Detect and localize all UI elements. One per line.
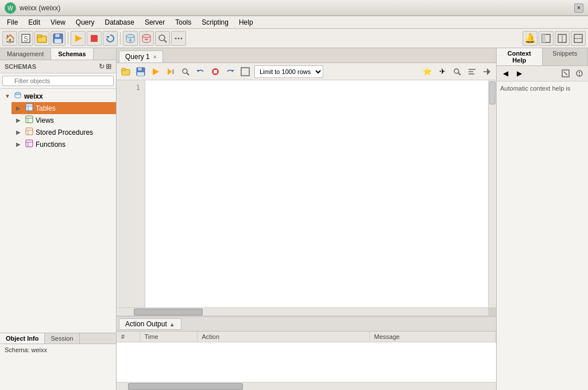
svg-rect-8 — [55, 39, 61, 43]
window-close-button[interactable]: × — [574, 3, 583, 13]
toolbar-inspect-button[interactable] — [155, 31, 170, 46]
tree-item-views[interactable]: ▶ Views — [11, 114, 116, 126]
svg-marker-9 — [75, 35, 82, 42]
action-h-scroll-thumb — [128, 383, 243, 390]
action-output-tab[interactable]: Action Output ▲ — [119, 318, 181, 330]
svg-rect-55 — [241, 68, 249, 76]
editor-export-button[interactable]: ✈ — [435, 65, 449, 79]
limit-select[interactable]: Limit to 1000 rows — [254, 65, 323, 78]
editor-horizontal-scrollbar[interactable] — [117, 307, 488, 315]
editor-toggle-button[interactable] — [238, 65, 252, 79]
stored-procedures-icon — [25, 127, 33, 137]
menu-scripting[interactable]: Scripting — [197, 17, 233, 28]
tree-item-weixx[interactable]: ▼ weixx — [0, 90, 116, 102]
context-next-button[interactable]: ▶ — [513, 67, 525, 80]
col-action: Action — [197, 332, 369, 342]
tab-management[interactable]: Management — [0, 48, 51, 60]
toolbar-refresh-button[interactable] — [103, 31, 118, 46]
menu-server[interactable]: Server — [140, 17, 169, 28]
toolbar-layout2-button[interactable] — [555, 31, 570, 46]
toolbar-drop-schema-button[interactable] — [139, 31, 154, 46]
editor-main-area: 1 Action Output ▲ — [117, 80, 496, 390]
action-output-label: Action Output — [125, 320, 167, 328]
schema-tree: ▼ weixx ▶ Tables ▶ — [0, 89, 116, 333]
left-panel: Management Schemas SCHEMAS ↻ ⊞ 🔍 ▼ weixx — [0, 48, 117, 390]
bottom-left-panel: Object Info Session Schema: weixx — [0, 333, 116, 390]
editor-save-button[interactable] — [134, 65, 148, 79]
toolbar-open-button[interactable] — [34, 31, 49, 46]
svg-point-49 — [183, 69, 187, 73]
tree-children: ▶ Tables ▶ Views ▶ — [0, 102, 116, 150]
menu-tools[interactable]: Tools — [171, 17, 196, 28]
menu-view[interactable]: View — [46, 17, 70, 28]
query-tab-1[interactable]: Query 1 × — [119, 50, 163, 63]
context-prev-button[interactable]: ◀ — [499, 67, 512, 80]
query-tab-close-button[interactable]: × — [153, 54, 157, 60]
toolbar-more-button[interactable] — [171, 31, 186, 46]
toolbar-new-button[interactable]: S — [18, 31, 33, 46]
filter-input[interactable] — [2, 76, 114, 86]
col-message: Message — [369, 332, 496, 342]
toolbar-home-button[interactable]: 🏠 — [2, 31, 17, 46]
action-table: # Time Action Message — [117, 332, 496, 342]
svg-rect-48 — [172, 69, 174, 74]
editor-toolbar: Limit to 1000 rows ⭐ ✈ — [117, 63, 496, 80]
toolbar-execute-button[interactable] — [71, 31, 86, 46]
editor-search2-button[interactable] — [450, 65, 464, 79]
svg-marker-46 — [153, 68, 159, 75]
editor-vertical-scrollbar[interactable] — [488, 80, 496, 307]
editor-stop-button[interactable] — [208, 65, 222, 79]
svg-rect-35 — [26, 128, 33, 135]
code-editor[interactable] — [145, 80, 488, 307]
tree-item-functions[interactable]: ▶ Functions — [11, 138, 116, 150]
toolbar-save-button[interactable] — [51, 31, 65, 46]
action-tab-arrow[interactable]: ▲ — [169, 321, 175, 327]
menu-help[interactable]: Help — [234, 17, 258, 28]
context-help-text: Automatic context help is — [500, 85, 570, 92]
editor-execute-selected-button[interactable] — [164, 65, 177, 79]
toolbar-layout1-button[interactable] — [539, 31, 554, 46]
editor-find-button[interactable] — [179, 65, 192, 79]
expand-icon: ▼ — [5, 93, 11, 99]
tab-object-info[interactable]: Object Info — [0, 333, 45, 344]
refresh-schemas-icon[interactable]: ↻ — [99, 63, 105, 71]
schemas-label: SCHEMAS — [5, 63, 36, 70]
editor-format-button[interactable] — [465, 65, 479, 79]
editor-favorite-button[interactable]: ⭐ — [420, 65, 434, 79]
titlebar: W weixx (weixx) × — [0, 0, 588, 16]
svg-point-56 — [454, 69, 459, 73]
tab-snippets[interactable]: Snippets — [543, 48, 589, 65]
context-panel-tabs: Context Help Snippets — [497, 48, 588, 66]
context-btn1[interactable] — [559, 67, 572, 80]
right-area: Query 1 × — [117, 48, 496, 390]
svg-point-17 — [159, 35, 165, 41]
line-number-1: 1 — [117, 83, 145, 93]
col-hash: # — [117, 332, 140, 342]
editor-execute-button[interactable] — [149, 65, 163, 79]
tab-context-help[interactable]: Context Help — [497, 48, 543, 65]
action-tabs: Action Output ▲ — [117, 317, 496, 332]
action-horizontal-scrollbar[interactable] — [117, 382, 496, 390]
tree-item-tables[interactable]: ▶ Tables — [11, 102, 116, 114]
context-btn2[interactable] — [573, 67, 586, 80]
svg-marker-51 — [196, 70, 199, 72]
svg-point-12 — [126, 34, 134, 38]
svg-rect-7 — [55, 34, 60, 37]
editor-undo-button[interactable] — [194, 65, 207, 79]
menu-database[interactable]: Database — [100, 17, 139, 28]
menu-query[interactable]: Query — [71, 17, 99, 28]
schema-filter-icon[interactable]: ⊞ — [106, 63, 111, 71]
editor-redo-button[interactable] — [223, 65, 237, 79]
tab-schemas[interactable]: Schemas — [51, 48, 93, 60]
toolbar-create-schema-button[interactable] — [123, 31, 138, 46]
editor-expand-button[interactable] — [480, 65, 494, 79]
menu-file[interactable]: File — [2, 17, 22, 28]
toolbar-notifications-button[interactable]: 🔔 — [523, 31, 537, 46]
toolbar-layout3-button[interactable] — [571, 31, 586, 46]
fn-expand-icon: ▶ — [16, 141, 23, 147]
tab-session[interactable]: Session — [45, 333, 79, 344]
menu-edit[interactable]: Edit — [24, 17, 45, 28]
tree-item-stored-procedures[interactable]: ▶ Stored Procedures — [11, 126, 116, 138]
toolbar-stop-button[interactable] — [87, 31, 102, 46]
editor-open-button[interactable] — [119, 65, 133, 79]
